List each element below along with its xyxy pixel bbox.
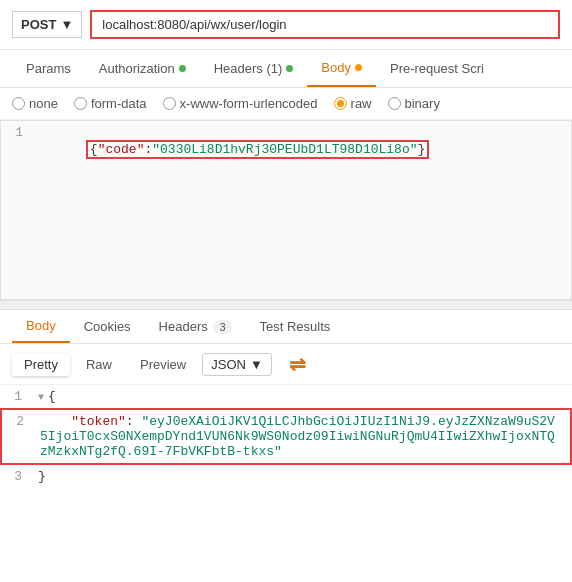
tab-authorization[interactable]: Authorization (85, 51, 200, 86)
resp-tab-cookies[interactable]: Cookies (70, 311, 145, 342)
tab-body-label: Body (321, 60, 351, 75)
format-row: Pretty Raw Preview JSON ▼ ⇌ (0, 344, 572, 385)
radio-raw-inner (337, 100, 344, 107)
tab-params[interactable]: Params (12, 51, 85, 86)
option-formdata-label: form-data (91, 96, 147, 111)
url-input[interactable] (90, 10, 560, 39)
wrap-icon: ⇌ (289, 352, 306, 376)
option-raw[interactable]: raw (334, 96, 372, 111)
resp-linecontent-3: } (30, 465, 572, 488)
body-code-highlight: {"code":"0330Li8D1hvRj30PEUbD1LT98D10Li8… (86, 140, 430, 159)
headers-badge: 3 (213, 320, 231, 334)
format-raw-btn[interactable]: Raw (74, 353, 124, 376)
format-dropdown-arrow: ▼ (250, 357, 263, 372)
option-formdata[interactable]: form-data (74, 96, 147, 111)
line-number-1: 1 (1, 121, 31, 144)
code-line-1: 1 {"code":"0330Li8D1hvRj30PEUbD1LT98D10L… (1, 121, 571, 178)
option-raw-label: raw (351, 96, 372, 111)
resp-linenum-2: 2 (2, 410, 32, 433)
resp-tab-headers-label: Headers (159, 319, 208, 334)
resp-line-3: 3 } (0, 465, 572, 488)
resp-tab-testresults[interactable]: Test Results (246, 311, 345, 342)
tab-headers-label: Headers (1) (214, 61, 283, 76)
resp-tab-testresults-label: Test Results (260, 319, 331, 334)
resp-line-2: 2 "token": "eyJ0eXAiOiJKV1QiLCJhbGciOiJI… (0, 408, 572, 465)
resp-linenum-1: 1 (0, 385, 30, 408)
option-none[interactable]: none (12, 96, 58, 111)
tab-prerequest-label: Pre-request Scri (390, 61, 484, 76)
resp-tab-headers[interactable]: Headers 3 (145, 311, 246, 342)
resp-tab-body[interactable]: Body (12, 310, 70, 343)
authorization-dot (179, 65, 186, 72)
method-select[interactable]: POST ▼ (12, 11, 82, 38)
headers-dot (286, 65, 293, 72)
option-urlencoded[interactable]: x-www-form-urlencoded (163, 96, 318, 111)
resp-linecontent-1: ▼{ (30, 385, 572, 408)
tab-params-label: Params (26, 61, 71, 76)
line-content-1: {"code":"0330Li8D1hvRj30PEUbD1LT98D10Li8… (31, 121, 571, 178)
body-options-row: none form-data x-www-form-urlencoded raw… (0, 88, 572, 120)
resp-linenum-3: 3 (0, 465, 30, 488)
resp-tab-body-label: Body (26, 318, 56, 333)
method-label: POST (21, 17, 56, 32)
section-divider (0, 300, 572, 310)
collapse-arrow: ▼ (38, 392, 44, 403)
tab-headers[interactable]: Headers (1) (200, 51, 308, 86)
format-preview-btn[interactable]: Preview (128, 353, 198, 376)
tab-body[interactable]: Body (307, 50, 376, 87)
method-dropdown-arrow: ▼ (60, 17, 73, 32)
option-none-label: none (29, 96, 58, 111)
radio-none (12, 97, 25, 110)
request-bar: POST ▼ (0, 0, 572, 50)
wrap-lines-btn[interactable]: ⇌ (284, 350, 312, 378)
radio-formdata (74, 97, 87, 110)
option-binary-label: binary (405, 96, 440, 111)
option-urlencoded-label: x-www-form-urlencoded (180, 96, 318, 111)
resp-linecontent-2: "token": "eyJ0eXAiOiJKV1QiLCJhbGciOiJIUz… (32, 410, 570, 463)
radio-raw (334, 97, 347, 110)
tab-prerequest[interactable]: Pre-request Scri (376, 51, 498, 86)
resp-line-1: 1 ▼{ (0, 385, 572, 408)
request-body-editor[interactable]: 1 {"code":"0330Li8D1hvRj30PEUbD1LT98D10L… (0, 120, 572, 300)
option-binary[interactable]: binary (388, 96, 440, 111)
tab-authorization-label: Authorization (99, 61, 175, 76)
radio-binary (388, 97, 401, 110)
radio-urlencoded (163, 97, 176, 110)
resp-tab-cookies-label: Cookies (84, 319, 131, 334)
format-type-select[interactable]: JSON ▼ (202, 353, 272, 376)
response-tabs: Body Cookies Headers 3 Test Results (0, 310, 572, 344)
format-type-label: JSON (211, 357, 246, 372)
format-pretty-btn[interactable]: Pretty (12, 353, 70, 376)
request-tabs: Params Authorization Headers (1) Body Pr… (0, 50, 572, 88)
response-body: 1 ▼{ 2 "token": "eyJ0eXAiOiJKV1QiLCJhbGc… (0, 385, 572, 505)
body-dot (355, 64, 362, 71)
